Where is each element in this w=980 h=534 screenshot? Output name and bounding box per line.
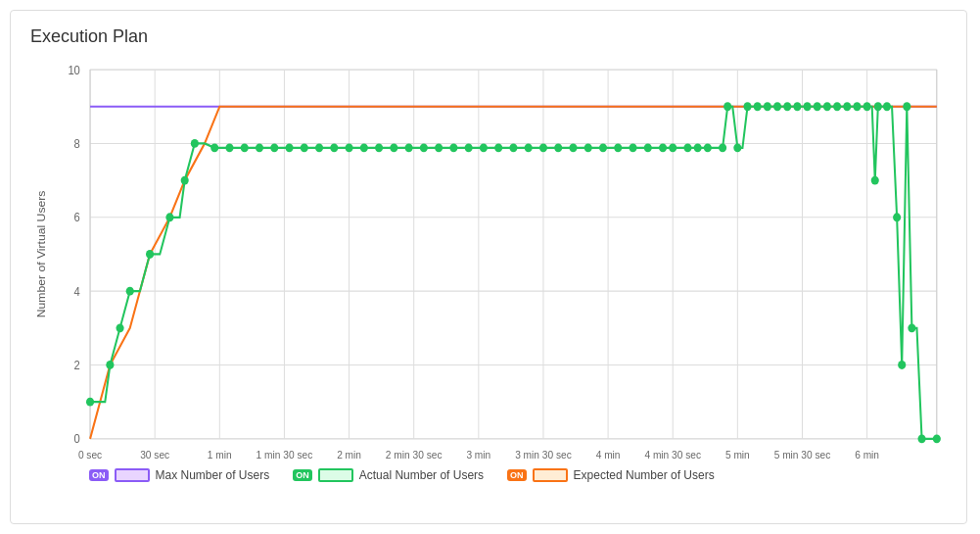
svg-text:0: 0 [74, 432, 81, 446]
page-title: Execution Plan [30, 26, 947, 47]
svg-point-97 [833, 102, 841, 111]
svg-point-103 [883, 102, 891, 111]
svg-text:1 min: 1 min [208, 448, 232, 461]
svg-point-59 [345, 143, 352, 152]
svg-point-48 [181, 176, 189, 185]
svg-text:6: 6 [74, 211, 80, 224]
svg-point-88 [743, 102, 751, 111]
svg-point-95 [814, 102, 821, 111]
svg-text:6 min: 6 min [855, 448, 879, 461]
legend-expected-line [533, 468, 568, 482]
svg-point-54 [270, 143, 278, 152]
svg-point-76 [599, 143, 607, 152]
line-chart: 10 8 6 4 2 0 Number of Virtual Users 0 s… [30, 59, 947, 461]
svg-point-60 [360, 143, 368, 152]
svg-point-109 [933, 434, 941, 443]
svg-point-73 [554, 143, 562, 152]
svg-point-61 [375, 143, 383, 152]
svg-point-80 [659, 143, 667, 152]
svg-point-56 [301, 143, 308, 152]
svg-point-64 [420, 143, 428, 152]
svg-point-81 [669, 143, 677, 152]
svg-point-66 [449, 143, 457, 152]
legend-expected-label: Expected Number of Users [574, 468, 715, 482]
svg-point-77 [614, 143, 622, 152]
svg-point-79 [644, 143, 652, 152]
svg-point-102 [874, 102, 882, 111]
svg-point-82 [683, 143, 691, 152]
svg-text:0 sec: 0 sec [78, 448, 103, 461]
svg-point-69 [494, 143, 502, 152]
svg-text:4 min 30 sec: 4 min 30 sec [644, 448, 701, 461]
svg-point-87 [733, 143, 741, 152]
svg-point-96 [823, 102, 831, 111]
svg-point-107 [908, 323, 915, 332]
svg-point-106 [903, 102, 910, 111]
svg-point-44 [116, 323, 123, 332]
svg-point-92 [783, 102, 791, 111]
svg-point-63 [405, 143, 413, 152]
svg-point-85 [719, 143, 726, 152]
svg-text:30 sec: 30 sec [140, 448, 170, 461]
svg-point-71 [525, 143, 533, 152]
svg-point-58 [330, 143, 338, 152]
svg-point-105 [898, 361, 906, 369]
legend-expected-users: ON Expected Number of Users [507, 468, 715, 482]
svg-point-49 [191, 139, 199, 148]
legend-expected-badge: ON [507, 469, 527, 481]
svg-point-55 [285, 143, 293, 152]
svg-point-57 [315, 143, 323, 152]
legend-actual-users: ON Actual Number of Users [293, 468, 484, 482]
legend-actual-line [318, 468, 353, 482]
svg-text:3 min: 3 min [466, 448, 490, 461]
svg-text:3 min 30 sec: 3 min 30 sec [515, 448, 572, 461]
svg-point-65 [435, 143, 443, 152]
svg-point-75 [584, 143, 592, 152]
svg-rect-0 [90, 70, 937, 439]
svg-text:2 min: 2 min [337, 448, 361, 461]
svg-point-46 [146, 250, 154, 259]
svg-point-42 [86, 398, 94, 407]
svg-point-98 [843, 102, 851, 111]
svg-text:8: 8 [74, 136, 80, 150]
svg-point-70 [509, 143, 517, 152]
svg-point-108 [917, 434, 925, 443]
svg-point-91 [773, 102, 781, 111]
svg-text:2: 2 [74, 358, 80, 371]
svg-point-89 [754, 102, 762, 111]
svg-point-94 [803, 102, 811, 111]
svg-text:4: 4 [74, 284, 81, 298]
svg-text:4 min: 4 min [596, 448, 621, 461]
legend-max-users: ON Max Number of Users [89, 468, 269, 482]
svg-point-100 [863, 102, 871, 111]
svg-point-45 [126, 287, 134, 296]
legend-max-badge: ON [89, 469, 109, 481]
svg-point-78 [629, 143, 636, 152]
svg-point-99 [853, 102, 861, 111]
svg-point-68 [480, 143, 488, 152]
svg-point-101 [871, 176, 879, 185]
execution-plan-card: Execution Plan [10, 10, 967, 524]
svg-point-62 [390, 143, 397, 152]
svg-point-52 [241, 143, 249, 152]
svg-text:2 min 30 sec: 2 min 30 sec [386, 448, 443, 461]
legend-max-label: Max Number of Users [156, 468, 270, 482]
svg-point-43 [106, 361, 114, 369]
legend-max-line [115, 468, 150, 482]
svg-point-83 [694, 143, 702, 152]
chart-legend: ON Max Number of Users ON Actual Number … [30, 468, 947, 482]
legend-actual-label: Actual Number of Users [359, 468, 484, 482]
svg-point-86 [723, 102, 731, 111]
svg-text:5 min: 5 min [725, 448, 750, 461]
svg-point-104 [893, 213, 901, 221]
svg-point-50 [210, 143, 218, 152]
svg-point-53 [256, 143, 263, 152]
legend-actual-badge: ON [293, 469, 312, 481]
svg-text:Number of Virtual Users: Number of Virtual Users [35, 190, 47, 317]
svg-text:5 min 30 sec: 5 min 30 sec [774, 448, 831, 461]
svg-point-84 [704, 143, 712, 152]
svg-text:10: 10 [68, 63, 80, 76]
svg-point-93 [793, 102, 801, 111]
svg-point-72 [539, 143, 547, 152]
svg-text:1 min 30 sec: 1 min 30 sec [257, 448, 313, 461]
